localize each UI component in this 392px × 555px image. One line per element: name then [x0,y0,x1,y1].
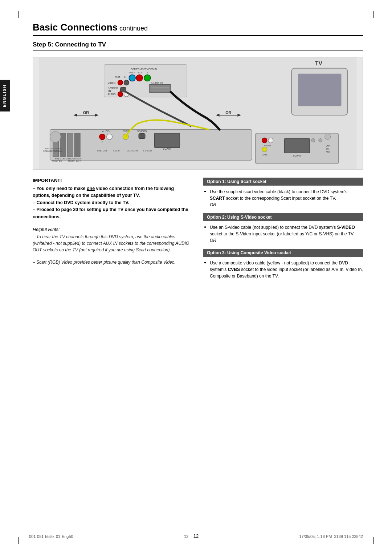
svg-rect-45 [149,85,171,93]
svg-text:Y: Y [147,72,148,74]
option-2-box: Option 2: Using S-Video socket Use an S-… [203,213,363,243]
svg-text:AUX IN: AUX IN [113,150,121,152]
footer-left-text: 001-051-hts5x-01-Eng50 [29,534,73,539]
important-text: – You only need to make one video connec… [33,185,192,220]
svg-point-42 [118,80,123,85]
svg-point-38 [144,75,151,81]
svg-text:WOOFER: WOOFER [52,160,62,162]
option-1-header: Option 1: Using Scart socket [203,178,363,186]
svg-text:MW: MW [326,145,330,147]
option-2-header: Option 2: Using S-Video socket [203,213,363,221]
svg-text:COMPONENT VIDEO IN: COMPONENT VIDEO IN [131,68,157,70]
svg-rect-66 [298,74,341,106]
svg-text:IN: IN [124,76,126,78]
bottom-section: IMPORTANT! – You only need to make one v… [33,178,363,285]
svg-text:AUDIO: AUDIO [264,145,271,147]
svg-text:OR: OR [225,110,231,115]
svg-text:S-VIDEO: S-VIDEO [137,130,147,133]
svg-text:LEFT: LEFT [76,160,82,162]
svg-point-43 [124,80,129,85]
svg-rect-5 [74,133,80,157]
svg-rect-6 [50,131,61,142]
svg-text:Pr/Cr: Pr/Cr [137,72,142,74]
svg-text:75Ω: 75Ω [326,151,330,153]
right-column: Option 1: Using Scart socket Use the sup… [203,178,363,285]
svg-text:SPEAKER ANTENNA: SPEAKER ANTENNA [43,150,62,152]
svg-text:FM: FM [326,148,329,150]
svg-text:SCART: SCART [163,147,172,150]
option-2-content: Use an S-video cable (not supplied) to c… [203,224,363,237]
svg-point-76 [319,139,322,142]
svg-text:IN: IN [109,90,111,92]
svg-text:OR: OR [83,110,89,115]
option-2-or: OR [203,238,363,243]
corner-mark-tr [367,11,374,18]
svg-rect-4 [67,133,73,157]
helpful-hints-text-2: – Scart (RGB) Video provides better pict… [33,259,192,266]
option-3-header: Option 3: Using Composite Video socket [203,249,363,257]
svg-point-70 [262,138,267,143]
svg-text:Pb/Cb: Pb/Cb [129,72,135,74]
footer-datetime: 17/05/05, 1:18 PM 3139 115 23842 [299,534,363,539]
svg-text:SCART IN: SCART IN [151,82,163,84]
helpful-hints-title: Helpful Hints: [33,227,192,232]
svg-rect-52 [120,87,126,92]
page-footer: 001-051-hts5x-01-Eng50 12 17/05/05, 1:18… [29,532,363,539]
svg-text:DIGITAL IN: DIGITAL IN [127,150,138,152]
svg-rect-68 [284,139,310,153]
svg-text:AUDIO: AUDIO [102,130,109,133]
svg-point-77 [325,134,331,140]
svg-point-73 [262,147,267,152]
svg-text:TV: TV [315,60,323,66]
helpful-hints-text-1: – To hear the TV channels through this D… [33,234,192,253]
svg-point-75 [311,139,315,142]
corner-mark-tl [18,11,25,18]
svg-text:VIDEO: VIDEO [108,82,116,84]
svg-text:LINE OUT: LINE OUT [97,150,107,152]
corner-mark-bl [18,537,25,544]
svg-text:AUDIO: AUDIO [108,93,116,96]
svg-text:SCART: SCART [293,154,302,157]
svg-point-18 [107,134,113,140]
option-1-box: Option 1: Using Scart socket Use the sup… [203,178,363,207]
footer-page-right: 12 [184,534,188,539]
option-3-content: Use a composite video cable (yellow - no… [203,260,363,279]
svg-point-17 [99,134,105,140]
option-1-content: Use the supplied scart video cable (blac… [203,189,363,202]
svg-text:WIRELESS REAR: WIRELESS REAR [45,147,61,150]
svg-text:S-VIDEO: S-VIDEO [143,150,152,152]
step-heading: Step 5: Connecting to TV [33,41,363,50]
language-tab: English [0,80,10,112]
svg-text:S-VIDEO: S-VIDEO [108,87,118,89]
left-column: IMPORTANT! – You only need to make one v… [33,178,192,285]
svg-text:R: R [102,141,103,143]
svg-point-54 [118,92,123,97]
important-title: IMPORTANT! [33,178,192,183]
svg-point-37 [136,75,143,81]
important-section: IMPORTANT! – You only need to make one v… [33,178,192,220]
svg-point-36 [129,75,135,81]
svg-text:RIGHT: RIGHT [68,160,75,162]
page-title: Basic Connections continued [33,22,363,36]
corner-mark-br [367,537,374,544]
svg-text:CVBS: CVBS [262,154,268,156]
svg-rect-24 [139,134,145,139]
helpful-hints: Helpful Hints: – To hear the TV channels… [33,227,192,266]
option-3-box: Option 3: Using Composite Video socket U… [203,249,363,279]
option-1-or: OR [203,202,363,207]
svg-rect-25 [155,133,180,148]
svg-point-71 [268,138,273,143]
connection-diagram: WIRELESS REAR SPEAKER ANTENNA SUB WOOFER… [33,57,363,170]
svg-text:OUT: OUT [115,76,120,78]
